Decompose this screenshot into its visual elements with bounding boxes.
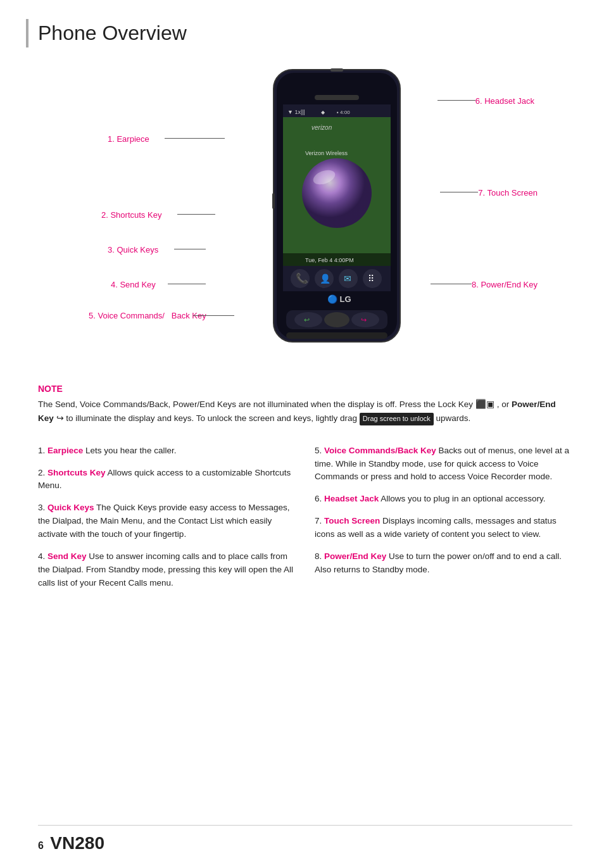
list-item: 6. Headset Jack Allows you to plug in an… bbox=[315, 493, 572, 506]
page: Phone Overview ▼ 1x||| ◆ ▪ 4:00 verizon bbox=[0, 0, 604, 868]
svg-text:verizon: verizon bbox=[311, 124, 332, 131]
desc-col-right: 5. Voice Commands/Back Key Backs out of … bbox=[315, 444, 572, 599]
svg-text:✉: ✉ bbox=[344, 274, 351, 284]
list-item: 8. Power/End Key Use to turn the power o… bbox=[315, 550, 572, 577]
list-item: 7. Touch Screen Displays incoming calls,… bbox=[315, 515, 572, 541]
list-item: 1. Earpiece Lets you hear the caller. bbox=[38, 444, 296, 458]
label-earpiece: 1. Earpiece bbox=[108, 133, 149, 146]
label-shortcuts: 2. Shortcuts Key bbox=[101, 209, 161, 222]
label-powerend: 8. Power/End Key bbox=[472, 279, 538, 291]
note-body: The Send, Voice Commands/Back, Power/End… bbox=[38, 398, 572, 425]
page-title: Phone Overview bbox=[26, 19, 572, 47]
svg-text:👤: 👤 bbox=[320, 274, 331, 284]
phone-image: ▼ 1x||| ◆ ▪ 4:00 verizon Verizon Wireles… bbox=[267, 66, 406, 349]
svg-text:📞: 📞 bbox=[296, 272, 308, 284]
svg-text:▪ 4:00: ▪ 4:00 bbox=[337, 110, 350, 115]
note-title: NOTE bbox=[38, 383, 572, 396]
svg-rect-32 bbox=[315, 95, 359, 100]
svg-rect-29 bbox=[286, 332, 387, 339]
svg-rect-31 bbox=[272, 193, 275, 209]
list-item: 2. Shortcuts Key Allows quick access to … bbox=[38, 467, 296, 493]
svg-text:Verizon Wireless: Verizon Wireless bbox=[305, 150, 348, 156]
desc-col-left: 1. Earpiece Lets you hear the caller.2. … bbox=[38, 444, 296, 599]
svg-rect-30 bbox=[330, 68, 343, 72]
svg-text:▼ 1x|||: ▼ 1x||| bbox=[287, 109, 305, 115]
footer: 6 VN280 bbox=[38, 825, 572, 855]
list-item: 5. Voice Commands/Back Key Backs out of … bbox=[315, 444, 572, 484]
svg-point-9 bbox=[302, 158, 372, 228]
footer-page-num: 6 bbox=[38, 840, 44, 851]
label-sendkey: 4. Send Key bbox=[111, 279, 156, 291]
list-item: 3. Quick Keys The Quick Keys provide eas… bbox=[38, 501, 296, 541]
description-columns: 1. Earpiece Lets you hear the caller.2. … bbox=[38, 444, 572, 599]
label-headset: 6. Headset Jack bbox=[475, 95, 534, 108]
svg-text:↪: ↪ bbox=[361, 316, 367, 324]
svg-text:↩: ↩ bbox=[304, 316, 310, 324]
drag-badge: Drag screen to unlock bbox=[360, 413, 434, 425]
svg-text:◆: ◆ bbox=[321, 110, 325, 115]
svg-text:Tue, Feb 4  4:00PM: Tue, Feb 4 4:00PM bbox=[305, 257, 354, 263]
diagram-area: ▼ 1x||| ◆ ▪ 4:00 verizon Verizon Wireles… bbox=[38, 60, 572, 364]
label-touchscreen: 7. Touch Screen bbox=[478, 187, 538, 199]
note-section: NOTE The Send, Voice Commands/Back, Powe… bbox=[38, 383, 572, 432]
footer-model: VN280 bbox=[50, 833, 104, 853]
list-item: 4. Send Key Use to answer incoming calls… bbox=[38, 550, 296, 590]
svg-text:🔵 LG: 🔵 LG bbox=[327, 294, 351, 305]
svg-point-26 bbox=[324, 312, 349, 327]
label-voicecommands: 5. Voice Commands/ Back Key bbox=[89, 310, 206, 322]
label-quickkeys: 3. Quick Keys bbox=[108, 244, 158, 256]
svg-text:⠿: ⠿ bbox=[368, 274, 374, 284]
